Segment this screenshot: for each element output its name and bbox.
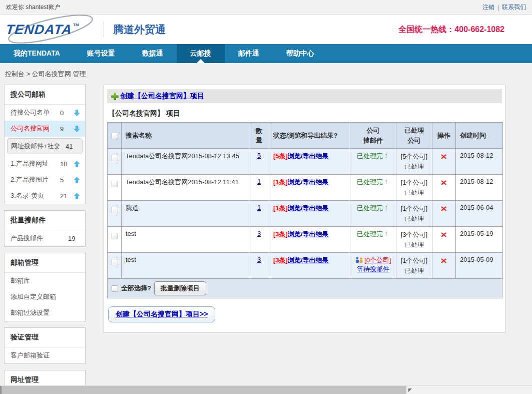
status-results-link[interactable]: [3条]浏览/导出结果 — [273, 230, 329, 238]
select-all-header-checkbox[interactable] — [112, 133, 118, 139]
created-date: 2015-05-09 — [456, 253, 503, 279]
sidebar-section-title: 邮箱管理 — [5, 253, 85, 273]
quantity-link[interactable]: 1 — [257, 178, 261, 185]
waiting-search-email-link[interactable]: 等待搜邮件 — [357, 265, 389, 273]
arrow-up-icon[interactable] — [73, 160, 81, 168]
nav-item-account-settings[interactable]: 账号设置 — [74, 44, 129, 63]
sidebar-section-title: 搜公司邮箱 — [5, 85, 85, 105]
sidebar-item-company-name-search-website[interactable]: 公司名搜官网 9 — [5, 121, 85, 137]
welcome-text: 欢迎你 shantest账户 — [6, 3, 61, 12]
header-divider — [104, 22, 104, 37]
processed-company-cell: [1个公司] 已处理 — [396, 175, 432, 201]
email-status-done: 已处理完！ — [357, 152, 389, 160]
sidebar-item-url-search-email-social[interactable]: 网址搜邮件+社交 41 — [7, 138, 83, 154]
email-status-done: 已处理完！ — [357, 178, 389, 186]
processed-company-cell: [1个公司] 已处理 — [396, 253, 432, 279]
logo-tm: TM — [73, 23, 79, 27]
sidebar-section-title: 批量搜邮件 — [5, 211, 85, 230]
item-count: 19 — [68, 235, 81, 242]
sidebar-item-directory-yellow-pages[interactable]: 3.名录·黄页 21 — [5, 188, 85, 204]
quantity-link[interactable]: 5 — [257, 152, 261, 159]
project-name: test — [122, 227, 249, 253]
tendata-logo: TENDATA TM — [6, 17, 99, 43]
sidebar-item-add-custom-mailbox[interactable]: 添加自定义邮箱 — [5, 289, 85, 305]
sidebar-item-mailbox-filter-settings[interactable]: 邮箱过滤设置 — [5, 305, 85, 321]
row-checkbox[interactable] — [112, 181, 118, 187]
processed-company-cell: [3个公司] 已处理 — [396, 227, 432, 253]
created-date: 2015-08-12 — [456, 149, 503, 175]
processed-company-cell: [1个公司] 已处理 — [396, 201, 432, 227]
delete-row-icon[interactable]: × — [441, 152, 447, 161]
create-project-button[interactable]: 创建【公司名搜官网】项目>> — [108, 306, 215, 322]
sidebar-section-verification-management: 验证管理 客户邮箱验证 — [4, 327, 86, 364]
nav-item-mailtong[interactable]: 邮件通 — [225, 44, 273, 63]
sidebar-section-mailbox-management: 邮箱管理 邮箱库 添加自定义邮箱 邮箱过滤设置 — [4, 253, 86, 321]
col-header-company-search-email: 公司 搜邮件 — [350, 123, 396, 149]
item-count: 41 — [66, 143, 79, 150]
brand-name: 腾道外贸通 — [113, 23, 166, 37]
plus-icon — [111, 93, 119, 100]
col-header-operation: 操作 — [432, 123, 456, 149]
row-checkbox[interactable] — [112, 207, 118, 213]
quantity-link[interactable]: 1 — [257, 204, 261, 211]
table-row: test 3 [3条]浏览/导出结果 已处理完！ — [108, 227, 503, 253]
waiting-companies-link[interactable]: [0个公司] — [364, 256, 391, 264]
delete-row-icon[interactable]: × — [441, 230, 447, 239]
arrow-down-icon[interactable] — [73, 125, 81, 133]
arrow-up-icon[interactable] — [73, 176, 81, 184]
logout-link[interactable]: 注销 — [482, 3, 494, 12]
nav-item-help-center[interactable]: 帮助中心 — [273, 44, 328, 63]
select-all-footer-checkbox[interactable] — [112, 285, 118, 292]
row-checkbox[interactable] — [112, 259, 118, 265]
project-name: test — [122, 253, 249, 279]
quantity-link[interactable]: 3 — [257, 256, 261, 263]
email-status-done: 已处理完！ — [357, 204, 389, 212]
status-results-link[interactable]: [5条]浏览/导出结果 — [273, 152, 329, 160]
links-divider: | — [497, 4, 499, 11]
status-results-link[interactable]: [1条]浏览/导出结果 — [273, 204, 329, 212]
arrow-down-icon[interactable] — [73, 109, 81, 117]
table-header-row: 搜索名称 数量 状态/浏览和导出结果? 公司 搜邮件 已处理 公司 操作 创建时… — [108, 123, 503, 149]
table-row: 腾道 1 [1条]浏览/导出结果 已处理完！ — [108, 201, 503, 227]
sidebar-item-customer-email-verification[interactable]: 客户邮箱验证 — [5, 347, 85, 363]
item-count: 5 — [60, 176, 73, 184]
logo-text: TENDATA — [5, 22, 73, 38]
row-checkbox[interactable] — [112, 233, 118, 239]
project-name: 腾道 — [122, 201, 249, 227]
nav-item-datatong[interactable]: 数据通 — [129, 44, 177, 63]
sidebar-item-product-search-email[interactable]: 产品搜邮件 19 — [5, 230, 85, 246]
scrollbar-thumb[interactable] — [0, 386, 406, 394]
batch-delete-button[interactable]: 批量删除项目 — [154, 281, 206, 295]
delete-row-icon[interactable]: × — [441, 178, 447, 187]
nav-item-my-tendata[interactable]: 我的TENDATA — [0, 44, 74, 63]
status-results-link[interactable]: [1条]浏览/导出结果 — [273, 178, 329, 186]
sidebar-item-pending-company-list[interactable]: 待搜公司名单 0 — [5, 105, 85, 121]
sidebar-item-product-search-url[interactable]: 1.产品搜网址 10 — [5, 156, 85, 172]
status-results-link[interactable]: [3条]浏览/导出结果 — [273, 256, 329, 264]
table-row: Tendata公司名搜官网2015-08-12 13:45 5 [5条]浏览/导… — [108, 149, 503, 175]
create-project-link[interactable]: 创建【公司名搜官网】项目 — [120, 92, 204, 101]
sidebar-item-mailbox-library[interactable]: 邮箱库 — [5, 273, 85, 289]
contact-us-link[interactable]: 联系我们 — [502, 3, 526, 12]
sidebar-item-product-search-image[interactable]: 2.产品搜图片 5 — [5, 172, 85, 188]
people-icon — [355, 256, 364, 263]
project-name: Tendata公司名搜官网2015-08-12 13:45 — [122, 149, 249, 175]
created-date: 2015-05-19 — [456, 227, 503, 253]
delete-row-icon[interactable]: × — [441, 256, 447, 265]
project-table-body: Tendata公司名搜官网2015-08-12 13:45 5 [5条]浏览/导… — [108, 149, 503, 279]
sidebar-section-title: 验证管理 — [5, 328, 85, 347]
row-checkbox[interactable] — [112, 155, 118, 161]
arrow-up-icon[interactable] — [73, 192, 81, 200]
horizontal-scrollbar[interactable] — [0, 385, 532, 394]
delete-row-icon[interactable]: × — [441, 204, 447, 213]
select-all-label: 全部选择? — [121, 284, 151, 293]
sidebar: 搜公司邮箱 待搜公司名单 0 公司名搜官网 9 网址搜邮件+社交 — [4, 85, 86, 394]
project-name: Tendata公司名搜官网2015-08-12 11:41 — [122, 175, 249, 201]
main-nav: 我的TENDATA 账号设置 数据通 云邮搜 邮件通 帮助中心 — [0, 44, 532, 63]
table-footer-bar: 全部选择? 批量删除项目 — [107, 279, 502, 298]
create-project-bar: 创建【公司名搜官网】项目 — [107, 89, 502, 103]
sidebar-section-search-company-email: 搜公司邮箱 待搜公司名单 0 公司名搜官网 9 网址搜邮件+社交 — [4, 85, 86, 204]
page: 欢迎你 shantest账户 注销 | 联系我们 TENDATA TM 腾道外贸… — [0, 0, 532, 394]
quantity-link[interactable]: 3 — [257, 230, 261, 237]
nav-item-cloud-mail-search[interactable]: 云邮搜 — [177, 44, 225, 63]
